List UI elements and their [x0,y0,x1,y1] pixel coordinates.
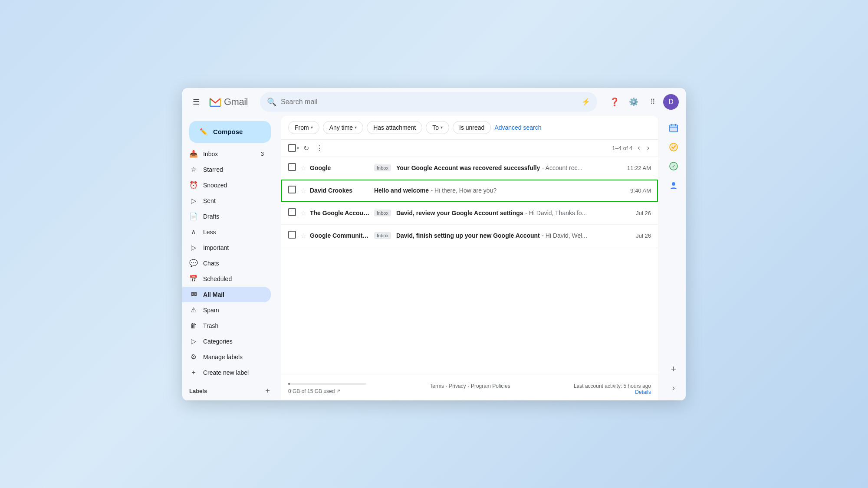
sidebar-item-spam[interactable]: ⚠ Spam [182,302,271,318]
manage-labels-icon: ⚙ [189,353,198,361]
compose-icon: ✏️ [200,128,208,136]
inbox-badge: 3 [261,151,264,157]
star-icon-2[interactable]: ☆ [300,187,306,195]
email-list: ☆ Google Inbox Your Google Account was r… [281,157,658,374]
select-chevron-icon[interactable]: ▾ [297,146,299,151]
program-policies-link[interactable]: Program Policies [471,383,510,389]
sidebar-item-starred[interactable]: ☆ Starred [182,162,271,177]
svg-rect-0 [670,125,677,132]
has-attachment-filter-button[interactable]: Has attachment [367,121,422,134]
details-link[interactable]: Details [635,389,651,395]
terms-link[interactable]: Terms [430,383,444,389]
svg-rect-2 [671,124,672,126]
privacy-link[interactable]: Privacy [449,383,466,389]
sidebar-item-tomsgide[interactable]: TomsGuide [182,398,271,400]
checkbox-icon [288,186,296,193]
task-icon[interactable] [665,138,682,156]
email-row-highlighted[interactable]: ☆ David Crookes Hello and welcome - Hi t… [281,180,658,202]
toolbar-left: ▾ ↻ ⋮ [288,141,610,155]
next-page-button[interactable]: › [645,142,651,154]
pagination-text: 1–4 of 4 [612,145,632,151]
create-label-label: Create new label [203,369,264,376]
menu-icon[interactable]: ☰ [189,94,203,110]
more-options-button[interactable]: ⋮ [313,141,326,155]
refresh-button[interactable]: ↻ [301,141,312,155]
star-icon-1[interactable]: ☆ [300,164,306,172]
row-checkbox-4[interactable] [288,231,297,240]
sidebar-item-trash[interactable]: 🗑 Trash [182,318,271,334]
footer-links: Terms · Privacy · Program Policies [430,383,510,389]
sender-1: Google [310,164,371,171]
to-filter-button[interactable]: To ▾ [426,121,449,134]
to-arrow-icon: ▾ [441,125,443,130]
sender-3: The Google Account . [310,210,371,216]
email-row[interactable]: ☆ Google Community Te. Inbox David, fini… [281,225,658,247]
snoozed-label: Snoozed [203,182,264,189]
storage-label: 0 GB of 15 GB used [288,388,335,394]
help-button[interactable]: ❓ [606,93,623,111]
email-toolbar: ▾ ↻ ⋮ 1–4 of 4 ‹ › [281,140,658,157]
sidebar-item-scheduled[interactable]: 📅 Scheduled [182,271,271,287]
prev-page-button[interactable]: ‹ [636,142,641,154]
sidebar-item-important[interactable]: ▷ Important [182,240,271,255]
row-checkbox-2[interactable] [288,186,297,195]
footer: 0 GB of 15 GB used ↗ Terms · Privacy · P… [281,374,658,400]
from-filter-button[interactable]: From ▾ [288,121,319,134]
email-preview-1: - Account rec... [542,164,582,171]
sidebar-item-snoozed[interactable]: ⏰ Snoozed [182,177,271,193]
sidebar-item-manage-labels[interactable]: ⚙ Manage labels [182,349,271,365]
search-bar[interactable]: 🔍 ⚡ [260,92,597,112]
star-icon-4[interactable]: ☆ [300,232,306,240]
add-apps-icon[interactable]: + [665,360,682,378]
is-unread-filter-button[interactable]: Is unread [453,121,491,134]
sidebar-item-sent[interactable]: ▷ Sent [182,193,271,209]
sidebar-item-chats[interactable]: 💬 Chats [182,255,271,271]
sidebar-item-inbox[interactable]: 📥 Inbox 3 [182,146,271,162]
sidebar-item-categories[interactable]: ▷ Categories [182,334,271,349]
open-icon[interactable]: ↗ [336,388,340,394]
apps-button[interactable]: ⠿ [644,93,661,111]
sidebar-item-allmail[interactable]: ✉ All Mail [182,287,271,302]
categories-icon: ▷ [189,337,198,345]
select-all-checkbox[interactable]: ▾ [288,144,299,152]
sidebar-item-drafts[interactable]: 📄 Drafts [182,209,271,224]
anytime-filter-button[interactable]: Any time ▾ [323,121,363,134]
topbar: ☰ Gmail 🔍 ⚡ ❓ ⚙️ ⠿ D [182,88,686,116]
email-time-1: 11:22 AM [627,165,651,171]
calendar-icon[interactable] [665,119,682,137]
topbar-icons: ❓ ⚙️ ⠿ D [606,93,679,111]
inbox-label: Inbox [203,151,256,157]
row-checkbox-1[interactable] [288,163,297,173]
contacts-icon[interactable] [665,177,682,194]
anytime-filter-label: Any time [329,124,353,131]
email-row[interactable]: ☆ The Google Account . Inbox David, revi… [281,202,658,225]
checkbox-icon [288,231,296,239]
star-icon-3[interactable]: ☆ [300,209,306,217]
sent-label: Sent [203,197,264,204]
filter-adjust-icon[interactable]: ⚡ [582,98,590,106]
avatar[interactable]: D [663,94,679,110]
checkbox-icon [288,208,296,216]
drafts-label: Drafts [203,213,264,220]
search-input[interactable] [281,98,577,106]
inbox-badge-1: Inbox [374,164,391,171]
add-label-button[interactable]: + [264,386,271,396]
settings-button[interactable]: ⚙️ [625,93,642,111]
trash-label: Trash [203,322,264,329]
expand-panel-icon[interactable]: › [665,380,682,397]
sidebar-item-less[interactable]: ∧ Less [182,224,271,240]
email-subject-1: Your Google Account was recovered succes… [396,164,540,171]
storage-text: 0 GB of 15 GB used ↗ [288,388,366,394]
sidebar-item-create-label[interactable]: + Create new label [182,365,271,380]
filter-bar: From ▾ Any time ▾ Has attachment To ▾ Is… [281,116,658,140]
svg-point-10 [672,182,675,186]
pagination: 1–4 of 4 ‹ › [612,142,651,154]
compose-button[interactable]: ✏️ Compose [189,121,271,143]
row-checkbox-3[interactable] [288,208,297,218]
email-preview-4: - Hi David, Wel... [542,232,587,239]
advanced-search-link[interactable]: Advanced search [494,124,541,131]
less-icon: ∧ [189,228,198,236]
email-row[interactable]: ☆ Google Inbox Your Google Account was r… [281,157,658,180]
meet-icon[interactable]: ✓ [665,157,682,175]
gmail-logo: Gmail [208,95,248,109]
